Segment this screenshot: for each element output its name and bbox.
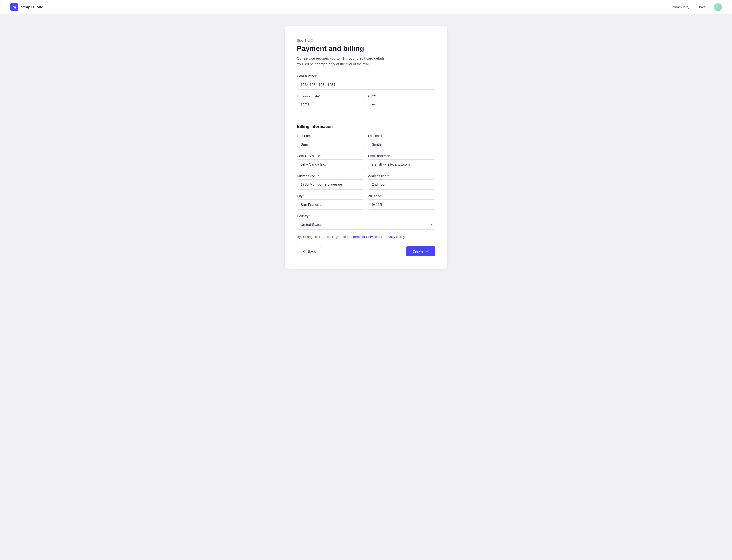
city-input[interactable] bbox=[297, 199, 364, 210]
user-avatar[interactable] bbox=[714, 3, 722, 11]
country-label: Country* bbox=[297, 214, 435, 218]
address-row: Address line 1* Address line 2 bbox=[297, 174, 435, 190]
email-label: Email address* bbox=[368, 154, 435, 158]
email-input[interactable] bbox=[368, 159, 435, 169]
address1-input[interactable] bbox=[297, 179, 364, 190]
legal-text: By clicking on "Create", I agree to the … bbox=[297, 234, 435, 239]
nav-right: Community Docs bbox=[671, 3, 722, 11]
name-row: First name Last name bbox=[297, 134, 435, 149]
company-email-row: Company name* Email address* bbox=[297, 154, 435, 169]
last-name-input[interactable] bbox=[368, 139, 435, 149]
first-name-input[interactable] bbox=[297, 139, 364, 149]
page-container: Step 3 of 3 Payment and billing Our serv… bbox=[0, 14, 732, 281]
city-zip-row: City* ZIP code* bbox=[297, 194, 435, 210]
address1-label: Address line 1* bbox=[297, 174, 364, 178]
email-group: Email address* bbox=[368, 154, 435, 169]
expiry-label: Expiration date* bbox=[297, 94, 364, 98]
card-number-label: Card number* bbox=[297, 74, 435, 78]
first-name-label: First name bbox=[297, 134, 364, 138]
terms-link[interactable]: Terms of Service bbox=[352, 235, 377, 239]
page-title: Payment and billing bbox=[297, 44, 435, 53]
address1-group: Address line 1* bbox=[297, 174, 364, 190]
logo-link[interactable]: Strapi Cloud bbox=[10, 3, 43, 11]
expiry-input[interactable] bbox=[297, 100, 364, 110]
privacy-link[interactable]: Privacy Policy bbox=[384, 235, 405, 239]
checkmark-icon bbox=[426, 250, 429, 253]
zip-input[interactable] bbox=[368, 199, 435, 210]
form-actions: Back Create bbox=[297, 246, 435, 256]
city-label: City* bbox=[297, 194, 364, 198]
last-name-label: Last name bbox=[368, 134, 435, 138]
payment-card: Step 3 of 3 Payment and billing Our serv… bbox=[285, 26, 447, 269]
create-button[interactable]: Create bbox=[406, 246, 435, 256]
app-name: Strapi Cloud bbox=[21, 5, 43, 9]
strapi-logo-icon bbox=[10, 3, 18, 11]
country-select-wrapper: United States Canada United Kingdom Fran… bbox=[297, 220, 435, 230]
address2-label: Address line 2 bbox=[368, 174, 435, 178]
address2-group: Address line 2 bbox=[368, 174, 435, 190]
card-number-input[interactable] bbox=[297, 80, 435, 90]
first-name-group: First name bbox=[297, 134, 364, 149]
back-button[interactable]: Back bbox=[297, 246, 321, 256]
page-subtitle: Our service requires you to fill in your… bbox=[297, 56, 435, 67]
billing-section-title: Billing information bbox=[297, 124, 435, 129]
cvc-group: CVC* bbox=[368, 94, 435, 110]
country-select[interactable]: United States Canada United Kingdom Fran… bbox=[297, 220, 435, 230]
expiry-cvc-row: Expiration date* CVC* bbox=[297, 94, 435, 110]
zip-label: ZIP code* bbox=[368, 194, 435, 198]
arrow-left-icon bbox=[302, 250, 306, 253]
address2-input[interactable] bbox=[368, 179, 435, 190]
city-group: City* bbox=[297, 194, 364, 210]
expiry-group: Expiration date* bbox=[297, 94, 364, 110]
cvc-label: CVC* bbox=[368, 94, 435, 98]
step-label: Step 3 of 3 bbox=[297, 39, 435, 42]
docs-link[interactable]: Docs bbox=[697, 5, 706, 9]
country-group: Country* United States Canada United Kin… bbox=[297, 214, 435, 230]
cvc-input[interactable] bbox=[368, 100, 435, 110]
zip-group: ZIP code* bbox=[368, 194, 435, 210]
company-name-label: Company name* bbox=[297, 154, 364, 158]
community-link[interactable]: Community bbox=[671, 5, 689, 9]
last-name-group: Last name bbox=[368, 134, 435, 149]
card-number-group: Card number* bbox=[297, 74, 435, 90]
company-name-input[interactable] bbox=[297, 159, 364, 169]
company-name-group: Company name* bbox=[297, 154, 364, 169]
top-navigation: Strapi Cloud Community Docs bbox=[0, 0, 732, 14]
